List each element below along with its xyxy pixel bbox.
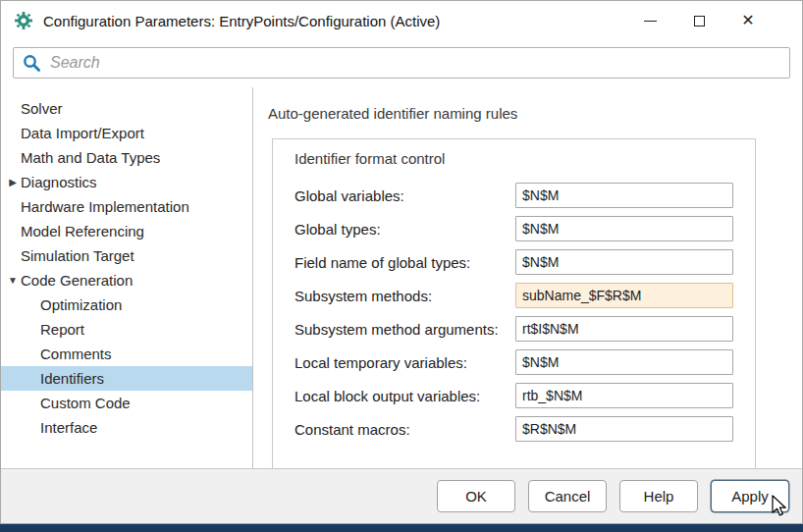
configuration-parameters-dialog: Configuration Parameters: EntryPoints/Co… — [0, 0, 803, 524]
field-row-global-variables: Global variables: — [294, 183, 755, 208]
button-bar: OK Cancel Help Apply — [1, 468, 802, 523]
chevron-down-icon[interactable]: ▼ — [6, 268, 20, 293]
field-row-subsystem-method-arguments: Subsystem method arguments: — [294, 316, 755, 342]
field-row-field-name-of-global-types: Field name of global types: — [294, 249, 755, 275]
close-icon: ✕ — [741, 13, 754, 28]
field-label: Local temporary variables: — [294, 354, 515, 371]
window-controls: ✕ — [625, 1, 773, 40]
minimize-icon — [644, 21, 657, 22]
sidebar-item-hardware-implementation[interactable]: Hardware Implementation — [1, 194, 252, 219]
category-tree: Solver Data Import/Export Math and Data … — [1, 87, 253, 468]
field-label: Subsystem methods: — [294, 288, 515, 304]
sidebar-item-math-and-data-types[interactable]: Math and Data Types — [1, 145, 252, 170]
subsystem-methods-input[interactable] — [515, 283, 733, 308]
maximize-icon — [694, 16, 705, 27]
help-button[interactable]: Help — [619, 480, 698, 512]
sidebar-item-data-import-export[interactable]: Data Import/Export — [1, 121, 252, 145]
field-label: Subsystem method arguments: — [294, 321, 515, 338]
ok-button[interactable]: OK — [437, 480, 515, 512]
field-row-constant-macros: Constant macros: — [294, 416, 755, 442]
field-label: Constant macros: — [294, 421, 515, 438]
field-row-global-types: Global types: — [294, 216, 755, 241]
subsystem-method-arguments-input[interactable] — [515, 316, 733, 342]
search-bar[interactable] — [13, 47, 790, 79]
sidebar-item-interface[interactable]: Interface — [1, 415, 252, 440]
sidebar-item-custom-code[interactable]: Custom Code — [1, 391, 252, 415]
field-row-subsystem-methods: Subsystem methods: — [294, 283, 755, 308]
dialog-body: Solver Data Import/Export Math and Data … — [1, 87, 802, 468]
field-label: Local block output variables: — [294, 388, 515, 404]
search-icon — [23, 54, 41, 73]
close-button[interactable]: ✕ — [723, 1, 773, 40]
sidebar-item-solver[interactable]: Solver — [1, 96, 252, 121]
global-types-input[interactable] — [515, 216, 733, 241]
page-title: Auto-generated identifier naming rules — [268, 105, 802, 122]
sidebar-item-diagnostics[interactable]: ▶Diagnostics — [1, 170, 252, 194]
local-block-output-variables-input[interactable] — [515, 383, 733, 408]
sidebar-item-comments[interactable]: Comments — [1, 342, 252, 366]
sidebar-item-identifiers[interactable]: Identifiers — [1, 366, 252, 391]
global-variables-input[interactable] — [515, 183, 733, 208]
chevron-right-icon[interactable]: ▶ — [6, 170, 20, 194]
group-title: Identifier format control — [294, 150, 755, 167]
sidebar-item-simulation-target[interactable]: Simulation Target — [1, 243, 252, 268]
content-pane: Auto-generated identifier naming rules I… — [253, 87, 802, 468]
sidebar-item-model-referencing[interactable]: Model Referencing — [1, 219, 252, 243]
field-label: Global types: — [294, 221, 515, 238]
apply-button[interactable]: Apply — [711, 480, 789, 512]
minimize-button[interactable] — [625, 1, 674, 40]
field-list: Global variables: Global types: Field na… — [294, 183, 755, 442]
field-name-of-global-types-input[interactable] — [515, 249, 733, 275]
field-label: Field name of global types: — [294, 254, 515, 271]
field-label: Global variables: — [294, 187, 515, 204]
identifier-format-control-group: Identifier format control Global variabl… — [272, 138, 756, 468]
sidebar-item-code-generation[interactable]: ▼Code Generation — [1, 268, 252, 293]
search-input[interactable] — [50, 54, 780, 72]
taskbar-strip — [0, 524, 803, 532]
field-row-local-block-output-variables: Local block output variables: — [294, 383, 755, 408]
local-temporary-variables-input[interactable] — [515, 349, 733, 375]
sidebar-item-report[interactable]: Report — [1, 317, 252, 342]
maximize-button[interactable] — [674, 1, 723, 40]
cancel-button[interactable]: Cancel — [528, 480, 607, 512]
simulink-gear-icon — [14, 11, 33, 30]
field-row-local-temporary-variables: Local temporary variables: — [294, 349, 755, 375]
title-bar: Configuration Parameters: EntryPoints/Co… — [1, 1, 802, 40]
sidebar-item-optimization[interactable]: Optimization — [1, 293, 252, 317]
constant-macros-input[interactable] — [515, 416, 733, 442]
window-title: Configuration Parameters: EntryPoints/Co… — [43, 13, 625, 29]
